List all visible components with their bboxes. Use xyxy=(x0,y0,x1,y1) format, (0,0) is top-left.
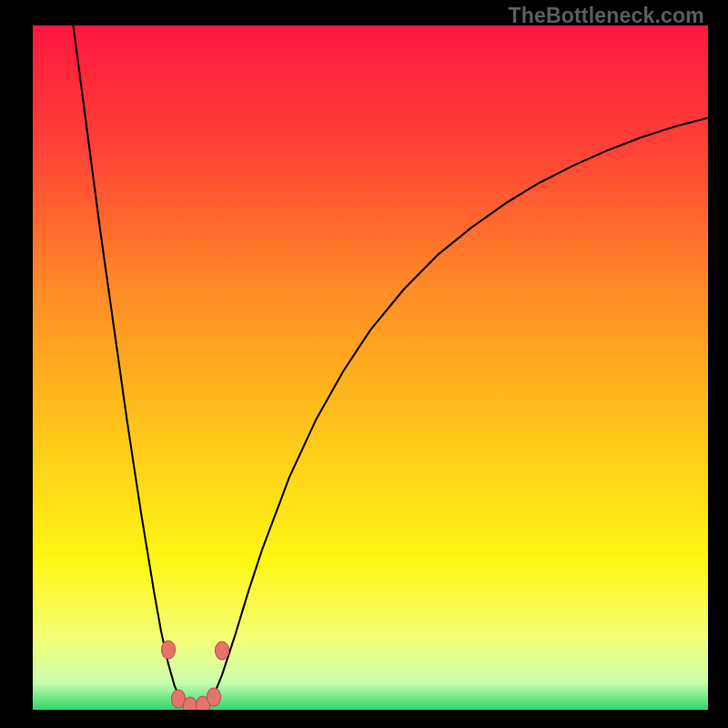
data-marker xyxy=(161,640,176,659)
bottleneck-curve xyxy=(33,25,708,710)
data-marker xyxy=(207,687,221,706)
data-marker xyxy=(215,642,229,661)
chart-root: TheBottleneck.com xyxy=(0,0,728,728)
watermark-text: TheBottleneck.com xyxy=(508,4,704,28)
plot-area xyxy=(33,25,708,710)
